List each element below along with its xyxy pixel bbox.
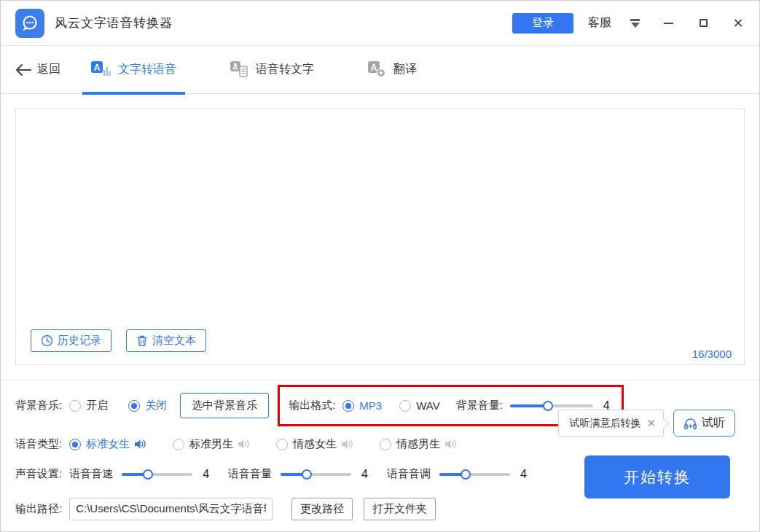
titlebar: 风云文字语音转换器 登录 客服 ✕ <box>1 1 759 46</box>
voice-emotional-female-radio[interactable]: 情感女生 <box>276 437 337 451</box>
speech-pitch-value: 4 <box>520 468 527 481</box>
voice-option-label: 情感男生 <box>396 437 440 451</box>
collapse-menu-icon[interactable] <box>630 19 640 28</box>
slider-thumb[interactable] <box>143 469 153 480</box>
back-arrow-icon <box>15 64 31 76</box>
listen-button[interactable]: 试听 <box>673 410 735 437</box>
close-button[interactable]: ✕ <box>732 17 745 30</box>
back-button[interactable]: 返回 <box>15 62 82 77</box>
listen-button-label: 试听 <box>702 415 725 431</box>
back-label: 返回 <box>37 62 60 77</box>
slider-thumb[interactable] <box>302 469 312 480</box>
change-path-button[interactable]: 更改路径 <box>291 498 353 520</box>
slider-thumb[interactable] <box>461 469 471 480</box>
tab-label: 语音转文字 <box>256 62 314 77</box>
format-mp3-radio[interactable]: MP3 <box>342 399 382 412</box>
preview-tooltip-text: 试听满意后转换 <box>569 417 640 430</box>
tooltip-arrow <box>659 418 669 429</box>
speaker-icon[interactable] <box>134 439 146 450</box>
voice-standard-female-radio[interactable]: 标准女生 <box>69 437 130 451</box>
active-tab-underline <box>82 92 185 95</box>
output-path-row: 输出路径: 更改路径 打开文件夹 <box>15 498 436 520</box>
speech-volume-label: 语音音量 <box>228 467 272 481</box>
voice-type-row: 语音类型: 标准女生 标准男生 情感女生 <box>15 437 457 451</box>
output-path-label: 输出路径: <box>15 502 62 516</box>
editor-buttons: 历史记录 清空文本 <box>31 329 206 352</box>
sound-settings-row: 声音设置: 语音音速 4 语音音量 4 语音音调 4 <box>15 467 527 481</box>
voice-option-label: 标准女生 <box>86 437 130 451</box>
tooltip-close-icon[interactable]: ✕ <box>646 417 656 430</box>
speech-pitch-label: 语音音调 <box>387 467 431 481</box>
login-button[interactable]: 登录 <box>512 13 573 34</box>
speech-speed-value: 4 <box>203 468 209 481</box>
preview-tooltip: 试听满意后转换 ✕ <box>558 410 664 437</box>
settings-panel: 背景音乐: 开启 关闭 选中背景音乐 输出格式: MP3 WAV <box>1 380 759 532</box>
speaker-icon[interactable] <box>444 439 457 450</box>
app-title: 风云文字语音转换器 <box>55 15 173 31</box>
format-mp3-label: MP3 <box>359 399 382 412</box>
voice-standard-male-radio[interactable]: 标准男生 <box>173 437 233 451</box>
minimize-icon <box>664 23 673 24</box>
clear-text-button-label: 清空文本 <box>152 334 196 348</box>
svg-text:A: A <box>371 63 377 73</box>
bg-music-off-label: 关闭 <box>145 399 167 412</box>
radio-circle-icon <box>276 439 288 450</box>
tab-text-to-speech[interactable]: A 文字转语音 <box>82 46 185 94</box>
format-wav-label: WAV <box>416 399 440 412</box>
speech-pitch-slider[interactable] <box>439 469 510 480</box>
tab-speech-to-text[interactable]: 语音转文字 <box>222 46 323 94</box>
format-wav-radio[interactable]: WAV <box>399 399 440 412</box>
app-window: 风云文字语音转换器 登录 客服 ✕ 返回 A 文字转语音 <box>0 0 760 532</box>
minimize-button[interactable] <box>662 17 675 30</box>
translate-icon: A <box>368 61 386 78</box>
radio-circle-icon <box>69 400 81 412</box>
speech-volume-slider[interactable] <box>281 469 351 480</box>
headphones-icon <box>683 417 697 430</box>
open-folder-button[interactable]: 打开文件夹 <box>364 498 436 520</box>
speaker-icon[interactable] <box>341 439 353 450</box>
tab-label: 翻译 <box>393 62 417 77</box>
bg-music-on-label: 开启 <box>86 399 108 412</box>
bg-volume-label: 背景音量: <box>456 399 503 412</box>
tab-label: 文字转语音 <box>118 62 176 77</box>
maximize-icon <box>700 19 708 27</box>
app-logo-icon <box>15 9 44 38</box>
char-counter: 16/3000 <box>692 348 732 360</box>
radio-circle-icon <box>173 439 184 450</box>
preview-area: 试听满意后转换 ✕ 试听 <box>558 410 735 437</box>
radio-circle-icon <box>342 400 354 412</box>
bg-music-row: 背景音乐: 开启 关闭 选中背景音乐 输出格式: MP3 WAV <box>15 385 624 426</box>
radio-circle-icon <box>128 400 140 412</box>
support-link[interactable]: 客服 <box>588 15 611 31</box>
trash-icon <box>136 335 148 347</box>
output-format-label: 输出格式: <box>289 399 335 412</box>
voice-option-label: 标准男生 <box>189 437 233 451</box>
speech-speed-label: 语音音速 <box>69 467 113 481</box>
select-bg-music-button[interactable]: 选中背景音乐 <box>180 393 269 418</box>
start-convert-button[interactable]: 开始转换 <box>584 455 730 498</box>
speaker-icon[interactable] <box>238 439 250 450</box>
radio-circle-icon <box>399 400 411 412</box>
clock-icon <box>41 335 53 347</box>
bg-music-on-radio[interactable]: 开启 <box>69 399 108 412</box>
radio-circle-icon <box>69 439 81 450</box>
tab-translate[interactable]: A 翻译 <box>359 46 426 94</box>
voice-type-label: 语音类型: <box>15 437 62 451</box>
voice-option-label: 情感女生 <box>293 437 337 451</box>
maximize-button[interactable] <box>697 17 710 30</box>
text-editor-area[interactable]: 历史记录 清空文本 16/3000 <box>15 108 745 365</box>
history-button[interactable]: 历史记录 <box>31 329 111 352</box>
output-path-input[interactable] <box>69 498 273 520</box>
sound-settings-label: 声音设置: <box>15 467 62 481</box>
speech-volume-value: 4 <box>361 468 368 481</box>
history-button-label: 历史记录 <box>58 334 101 348</box>
titlebar-controls: 登录 客服 ✕ <box>512 13 745 34</box>
bg-music-off-radio[interactable]: 关闭 <box>128 399 167 412</box>
voice-emotional-male-radio[interactable]: 情感男生 <box>380 437 440 451</box>
slider-thumb[interactable] <box>543 401 553 411</box>
tabbar: 返回 A 文字转语音 语音转文字 <box>1 46 759 94</box>
speech-speed-slider[interactable] <box>122 469 192 480</box>
clear-text-button[interactable]: 清空文本 <box>126 329 206 352</box>
text-to-speech-icon: A <box>91 61 111 78</box>
svg-text:A: A <box>94 63 101 73</box>
